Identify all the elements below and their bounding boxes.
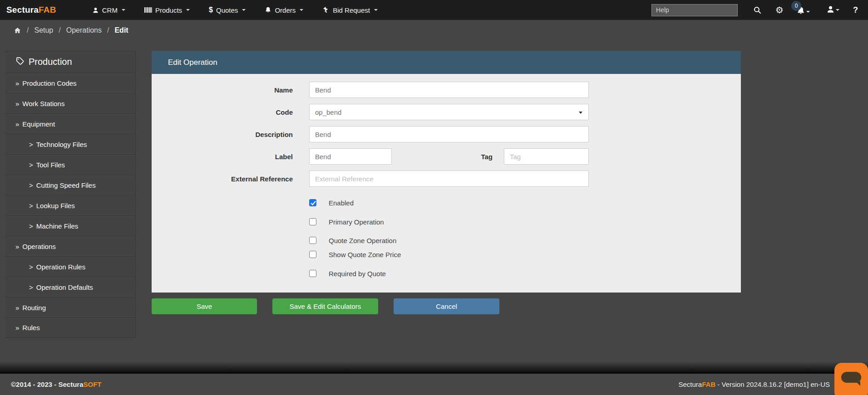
barcode-icon — [144, 7, 152, 13]
notifications-menu[interactable]: 0 — [796, 3, 810, 17]
enabled-checkbox[interactable] — [309, 199, 316, 206]
sidebar-item-operations[interactable]: »Operations — [5, 236, 135, 256]
sidebar-item-tool-files[interactable]: >Tool Files — [5, 154, 135, 175]
tag-label: Tag — [392, 153, 493, 161]
gear-icon[interactable]: ⚙ — [775, 5, 784, 15]
sidebar-item-label: Routing — [22, 304, 46, 312]
show-quote-zone-price-label: Show Quote Zone Price — [329, 251, 401, 258]
menu-orders[interactable]: Orders — [255, 0, 313, 20]
sidebar-item-rules[interactable]: »Rules — [5, 317, 135, 338]
quote-zone-operation-row: Quote Zone Operation — [309, 237, 741, 244]
required-by-quote-checkbox[interactable] — [309, 270, 316, 277]
save-edit-calculators-button[interactable]: Save & Edit Calculators — [272, 298, 378, 314]
sidebar-item-production-codes[interactable]: »Production Codes — [5, 73, 135, 93]
breadcrumb-operations[interactable]: Operations — [66, 26, 102, 34]
chat-bubble-icon — [841, 371, 862, 389]
footer-brand-fab: FAB — [702, 380, 715, 388]
sidebar-item-label: Equipment — [22, 120, 55, 128]
menu-products-label: Products — [155, 6, 182, 14]
chevron-right-icon: > — [29, 202, 33, 210]
user-icon — [826, 5, 835, 15]
sidebar-item-lookup-files[interactable]: >Lookup Files — [5, 195, 135, 215]
footer-copyright-text: ©2014 - 2023 - — [11, 380, 58, 388]
action-buttons: Save Save & Edit Calculators Cancel — [152, 298, 499, 314]
sidebar-item-label: Operations — [22, 243, 55, 250]
sidebar-item-operation-defaults[interactable]: >Operation Defaults — [5, 277, 135, 297]
top-navbar: SecturaFAB CRM Products $ Quotes Orders — [0, 0, 868, 20]
show-quote-zone-price-checkbox[interactable] — [309, 251, 316, 258]
label-tag-row: Label Tag — [152, 148, 741, 165]
tag-icon — [15, 56, 25, 68]
user-menu[interactable] — [826, 5, 839, 15]
breadcrumb-separator: / — [107, 26, 109, 34]
sidebar-item-label: Machine Files — [36, 222, 79, 230]
search-icon[interactable] — [753, 6, 762, 15]
cancel-button[interactable]: Cancel — [394, 298, 499, 314]
name-input[interactable] — [309, 82, 589, 98]
sidebar-header-production[interactable]: Production — [5, 51, 135, 73]
navbar-right-cluster: ⚙ 0 ? — [651, 0, 868, 20]
sidebar-item-routing[interactable]: »Routing — [5, 297, 135, 317]
chat-widget-button[interactable] — [834, 363, 868, 395]
sidebar-item-label: Operation Defaults — [36, 283, 93, 291]
description-row: Description — [152, 126, 741, 142]
chevron-double-icon: » — [15, 100, 19, 107]
primary-operation-label: Primary Operation — [329, 218, 384, 226]
sidebar-item-equipment[interactable]: »Equipment — [5, 113, 135, 134]
external-reference-input[interactable] — [309, 171, 589, 187]
sidebar-item-work-stations[interactable]: »Work Stations — [5, 93, 135, 113]
enabled-label: Enabled — [329, 199, 354, 207]
save-button[interactable]: Save — [152, 298, 257, 314]
sidebar-item-label: Technology Files — [36, 141, 87, 148]
primary-operation-checkbox[interactable] — [309, 218, 316, 225]
menu-bid-request-label: Bid Request — [333, 6, 370, 14]
main-menu: CRM Products $ Quotes Orders Bid — [83, 0, 387, 20]
chevron-right-icon: > — [29, 283, 33, 291]
chevron-down-icon — [374, 9, 378, 11]
home-icon[interactable] — [14, 27, 21, 34]
required-by-quote-row: Required by Quote — [309, 270, 741, 277]
chevron-double-icon: » — [15, 120, 19, 128]
sidebar-item-technology-files[interactable]: >Technology Files — [5, 134, 135, 154]
breadcrumb-current: Edit — [114, 26, 128, 34]
menu-crm[interactable]: CRM — [83, 0, 135, 20]
chevron-double-icon: » — [15, 243, 19, 250]
menu-products[interactable]: Products — [135, 0, 199, 20]
brand-logo[interactable]: SecturaFAB — [6, 5, 56, 15]
chevron-right-icon: > — [29, 222, 33, 230]
chevron-right-icon: > — [29, 141, 33, 148]
name-row: Name — [152, 82, 741, 98]
sidebar-item-operation-rules[interactable]: >Operation Rules — [5, 256, 135, 277]
tag-input[interactable] — [504, 148, 589, 165]
menu-quotes[interactable]: $ Quotes — [199, 0, 255, 20]
sidebar-item-machine-files[interactable]: >Machine Files — [5, 215, 135, 236]
enabled-row: Enabled — [309, 199, 741, 206]
sidebar-item-cutting-speed-files[interactable]: >Cutting Speed Files — [5, 175, 135, 195]
edit-operation-panel: Edit Operation Name Code op_bend Descrip… — [152, 51, 741, 293]
code-select[interactable]: op_bend — [309, 104, 589, 120]
sidebar-item-label: Operation Rules — [36, 263, 85, 271]
chevron-down-icon — [806, 11, 810, 13]
sidebar-item-label: Tool Files — [36, 161, 65, 169]
chevron-down-icon — [122, 9, 125, 11]
breadcrumb-setup[interactable]: Setup — [34, 26, 53, 34]
help-question-icon[interactable]: ? — [853, 5, 858, 15]
panel-header: Edit Operation — [152, 51, 741, 74]
panel-title: Edit Operation — [168, 58, 217, 67]
chevron-down-icon — [300, 9, 303, 11]
label-field-label: Label — [152, 153, 309, 161]
user-icon — [92, 7, 99, 14]
quote-zone-operation-checkbox[interactable] — [309, 237, 316, 244]
label-input[interactable] — [309, 148, 392, 165]
menu-bid-request[interactable]: Bid Request — [313, 0, 387, 20]
description-input[interactable] — [309, 126, 589, 142]
chevron-double-icon: » — [15, 324, 19, 332]
quote-zone-operation-label: Quote Zone Operation — [329, 237, 396, 244]
checkbox-section: Enabled Primary Operation Quote Zone Ope… — [309, 199, 741, 277]
sidebar-item-label: Work Stations — [22, 100, 64, 107]
help-input[interactable] — [651, 4, 738, 16]
footer-brand-sectura: Sectura — [678, 380, 702, 388]
footer-version-text: - Version 2024.8.16.2 [demo1] en-US — [715, 380, 830, 388]
sidebar-header-label: Production — [29, 57, 72, 67]
code-select-value: op_bend — [315, 108, 341, 116]
